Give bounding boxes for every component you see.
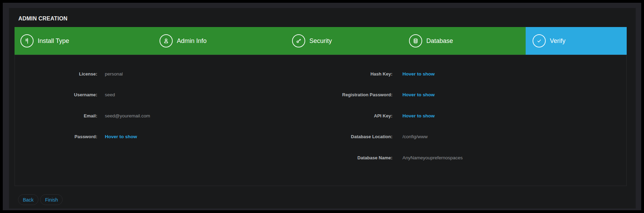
row-password: Password: Hover to show <box>15 126 150 148</box>
field-value: seed <box>105 92 115 97</box>
row-license: License: personal <box>15 63 150 85</box>
key-icon <box>292 34 305 47</box>
check-icon <box>533 34 546 47</box>
admin-creation-panel: ADMIN CREATION Install Type <box>9 8 636 208</box>
step-label: Verify <box>550 37 565 45</box>
row-database-location: Database Location: /config/www <box>310 126 463 148</box>
step-admin-info[interactable]: Admin Info <box>154 27 286 55</box>
step-security[interactable]: Security <box>286 27 403 55</box>
field-label: Password: <box>15 134 97 139</box>
hover-to-show-link[interactable]: Hover to show <box>402 113 435 118</box>
back-button[interactable]: Back <box>18 194 38 205</box>
field-value: personal <box>105 71 123 77</box>
field-label: Hash Key: <box>310 71 392 77</box>
row-username: Username: seed <box>15 85 150 106</box>
step-label: Security <box>309 37 332 45</box>
field-label: Database Location: <box>310 134 392 139</box>
person-icon <box>160 34 173 47</box>
field-value: AnyNameyouprefernospaces <box>402 155 463 160</box>
step-database[interactable]: Database <box>403 27 526 55</box>
step-label: Database <box>426 37 453 45</box>
hover-to-show-link[interactable]: Hover to show <box>402 71 435 77</box>
field-label: Username: <box>15 92 97 97</box>
field-value: /config/www <box>402 134 428 139</box>
row-email: Email: seed@youremail.com <box>15 105 150 126</box>
row-api-key: API Key: Hover to show <box>310 105 463 126</box>
step-verify[interactable]: Verify <box>526 27 627 55</box>
wizard-steps-bar: Install Type Admin Info <box>15 27 627 55</box>
step-label: Install Type <box>38 37 69 45</box>
verify-summary-box: License: personal Username: seed Email: … <box>15 55 627 186</box>
field-value: seed@youremail.com <box>105 113 150 118</box>
database-icon <box>409 34 422 47</box>
field-label: Registration Password: <box>310 92 392 97</box>
hover-to-show-link[interactable]: Hover to show <box>105 134 137 139</box>
wizard-actions: Back Finish <box>18 194 63 205</box>
step-install-type[interactable]: Install Type <box>15 27 154 55</box>
screenshot-frame: ADMIN CREATION Install Type <box>0 0 644 213</box>
hover-to-show-link[interactable]: Hover to show <box>402 92 435 97</box>
summary-column-left: License: personal Username: seed Email: … <box>15 63 150 147</box>
row-hash-key: Hash Key: Hover to show <box>310 63 463 85</box>
field-label: Email: <box>15 113 97 118</box>
field-label: API Key: <box>310 113 392 118</box>
row-database-name: Database Name: AnyNameyouprefernospaces <box>310 147 463 168</box>
row-registration-password: Registration Password: Hover to show <box>310 85 463 106</box>
page-title: ADMIN CREATION <box>18 16 67 22</box>
finish-button[interactable]: Finish <box>40 194 63 205</box>
step-label: Admin Info <box>177 37 207 45</box>
summary-column-right: Hash Key: Hover to show Registration Pas… <box>310 63 463 168</box>
field-label: Database Name: <box>310 155 392 160</box>
field-label: License: <box>15 71 97 77</box>
signpost-icon <box>20 34 34 47</box>
app-background: ADMIN CREATION Install Type <box>3 3 641 210</box>
